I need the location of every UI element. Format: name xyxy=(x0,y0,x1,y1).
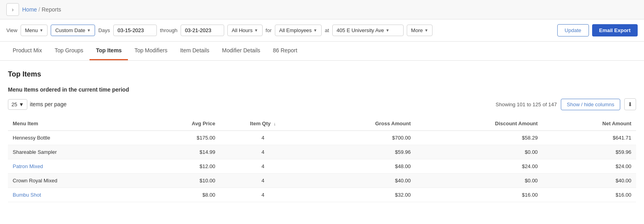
tab-86-report[interactable]: 86 Report xyxy=(267,42,303,60)
col-avg-price: Avg Price xyxy=(139,117,220,131)
cell-gross-amount: $48.00 xyxy=(306,159,415,174)
date-select-arrow: ▼ xyxy=(87,28,91,33)
table-header-row: Menu Item Avg Price Item Qty ↓ Gross Amo… xyxy=(8,117,636,131)
sort-arrow-item-qty: ↓ xyxy=(274,121,276,126)
breadcrumb-separator: / xyxy=(38,6,40,13)
employees-select[interactable]: All Employees ▼ xyxy=(275,25,322,36)
per-page-value: 25 xyxy=(11,101,17,107)
cell-menu-item: Bumbu Shot xyxy=(8,188,139,202)
per-page-select[interactable]: 25 ▼ xyxy=(8,99,27,110)
showing-text: Showing 101 to 125 of 147 xyxy=(495,101,557,107)
cell-item-qty: 4 xyxy=(220,188,306,202)
tab-item-details[interactable]: Item Details xyxy=(174,42,216,60)
cell-discount-amount: $0.00 xyxy=(415,145,543,159)
table-row: Crown Royal Mixed$10.004$40.00$0.00$40.0… xyxy=(8,174,636,188)
download-button[interactable]: ⬇ xyxy=(624,98,636,110)
table-toolbar: 25 ▼ items per page Showing 101 to 125 o… xyxy=(8,98,636,110)
view-select[interactable]: Menu ▼ xyxy=(21,25,48,36)
filter-bar: View Menu ▼ Custom Date ▼ Days through A… xyxy=(0,19,644,42)
cell-item-qty: 4 xyxy=(220,159,306,174)
tab-top-items[interactable]: Top Items xyxy=(90,42,128,60)
table-row: Bumbu Shot$8.004$32.00$16.00$16.00 xyxy=(8,188,636,202)
days-label: Days xyxy=(98,27,110,33)
tab-top-groups[interactable]: Top Groups xyxy=(48,42,90,60)
cell-net-amount: $641.71 xyxy=(543,131,636,145)
col-net-amount: Net Amount xyxy=(543,117,636,131)
cell-discount-amount: $16.00 xyxy=(415,188,543,202)
col-item-qty[interactable]: Item Qty ↓ xyxy=(220,117,306,131)
cell-menu-item: Crown Royal Mixed xyxy=(8,174,139,188)
top-nav: › Home / Reports xyxy=(0,0,644,19)
col-gross-amount: Gross Amount xyxy=(306,117,415,131)
cell-gross-amount: $700.00 xyxy=(306,131,415,145)
tab-modifier-details[interactable]: Modifier Details xyxy=(216,42,267,60)
toolbar-right: Showing 101 to 125 of 147 Show / hide co… xyxy=(495,98,636,110)
at-label: at xyxy=(325,27,329,33)
section-title: Top Items xyxy=(8,70,636,78)
show-hide-columns-button[interactable]: Show / hide columns xyxy=(561,99,620,110)
breadcrumb-reports: Reports xyxy=(42,6,61,13)
cell-menu-item: Shareable Sampler xyxy=(8,145,139,159)
menu-item-link[interactable]: Patron Mixed xyxy=(13,163,43,169)
email-export-button[interactable]: Email Export xyxy=(592,24,638,36)
location-select-arrow: ▼ xyxy=(386,28,390,33)
through-label: through xyxy=(160,27,177,33)
tab-product-mix[interactable]: Product Mix xyxy=(6,42,48,60)
tabs-bar: Product Mix Top Groups Top Items Top Mod… xyxy=(0,42,644,61)
view-label: View xyxy=(6,27,17,33)
cell-avg-price: $12.00 xyxy=(139,159,220,174)
breadcrumb: Home / Reports xyxy=(22,6,61,13)
cell-menu-item: Patron Mixed xyxy=(8,159,139,174)
cell-gross-amount: $40.00 xyxy=(306,174,415,188)
cell-avg-price: $14.99 xyxy=(139,145,220,159)
employees-select-arrow: ▼ xyxy=(313,28,317,33)
cell-discount-amount: $24.00 xyxy=(415,159,543,174)
table-row: Patron Mixed$12.004$48.00$24.00$24.00 xyxy=(8,159,636,174)
for-label: for xyxy=(266,27,272,33)
menu-item-link[interactable]: Bumbu Shot xyxy=(13,192,41,198)
section-subtitle: Menu Items ordered in the current time p… xyxy=(8,86,636,93)
hours-select[interactable]: All Hours ▼ xyxy=(227,25,263,36)
main-content: Top Items Menu Items ordered in the curr… xyxy=(0,61,644,212)
cell-menu-item: Hennessy Bottle xyxy=(8,131,139,145)
cell-gross-amount: $32.00 xyxy=(306,188,415,202)
cell-avg-price: $175.00 xyxy=(139,131,220,145)
cell-net-amount: $59.96 xyxy=(543,145,636,159)
date-to-input[interactable] xyxy=(181,25,224,36)
cell-net-amount: $40.00 xyxy=(543,174,636,188)
col-menu-item: Menu Item xyxy=(8,117,139,131)
location-select[interactable]: 405 E University Ave ▼ xyxy=(332,25,404,36)
table-row: Hennessy Bottle$175.004$700.00$58.29$641… xyxy=(8,131,636,145)
cell-avg-price: $10.00 xyxy=(139,174,220,188)
view-select-arrow: ▼ xyxy=(39,28,43,33)
update-button[interactable]: Update xyxy=(557,24,589,36)
cell-item-qty: 4 xyxy=(220,174,306,188)
items-per-page-label: items per page xyxy=(30,101,67,107)
data-table: Menu Item Avg Price Item Qty ↓ Gross Amo… xyxy=(8,117,636,202)
cell-net-amount: $24.00 xyxy=(543,159,636,174)
date-select[interactable]: Custom Date ▼ xyxy=(51,25,95,36)
cell-discount-amount: $58.29 xyxy=(415,131,543,145)
cell-item-qty: 4 xyxy=(220,131,306,145)
sidebar-toggle-button[interactable]: › xyxy=(6,3,19,16)
breadcrumb-home[interactable]: Home xyxy=(22,6,37,13)
cell-avg-price: $8.00 xyxy=(139,188,220,202)
table-row: Shareable Sampler$14.994$59.96$0.00$59.9… xyxy=(8,145,636,159)
cell-net-amount: $16.00 xyxy=(543,188,636,202)
cell-discount-amount: $0.00 xyxy=(415,174,543,188)
per-page-arrow: ▼ xyxy=(19,101,24,107)
more-select-arrow: ▼ xyxy=(424,28,428,33)
hours-select-arrow: ▼ xyxy=(254,28,258,33)
cell-gross-amount: $59.96 xyxy=(306,145,415,159)
date-from-input[interactable] xyxy=(113,25,157,36)
more-select[interactable]: More ▼ xyxy=(407,25,433,36)
col-discount-amount: Discount Amount xyxy=(415,117,543,131)
tab-top-modifiers[interactable]: Top Modifiers xyxy=(128,42,173,60)
cell-item-qty: 4 xyxy=(220,145,306,159)
